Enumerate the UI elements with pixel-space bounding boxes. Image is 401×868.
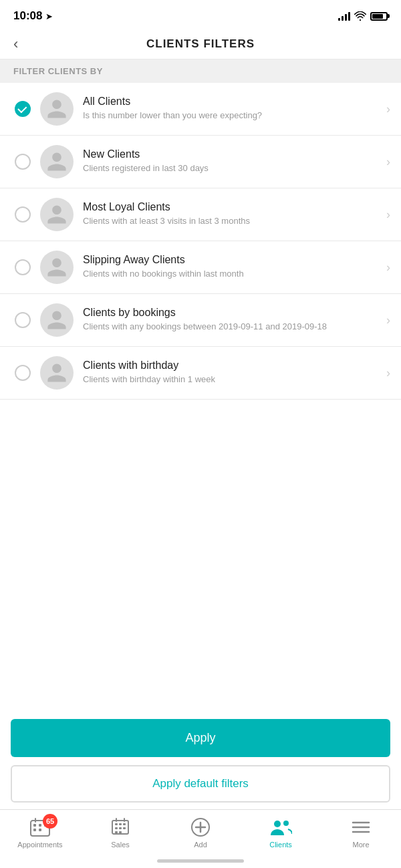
filter-list: All Clients Is this number lower than yo… <box>0 83 401 400</box>
radio-circle[interactable] <box>15 365 31 381</box>
page-header: ‹ CLIENTS FILTERS <box>0 29 401 59</box>
svg-point-0 <box>360 19 361 21</box>
radio-most-loyal[interactable] <box>11 206 35 223</box>
radio-circle[interactable] <box>15 154 31 170</box>
svg-rect-10 <box>115 823 118 825</box>
svg-rect-16 <box>115 831 118 833</box>
filter-item-by-bookings[interactable]: Clients by bookings Clients with any boo… <box>0 294 401 347</box>
svg-rect-13 <box>115 827 118 829</box>
tab-label-more: More <box>352 841 369 849</box>
add-icon <box>190 817 211 837</box>
radio-by-bookings[interactable] <box>11 312 35 328</box>
avatar-birthday <box>40 356 74 390</box>
appointments-badge: 65 <box>43 814 57 829</box>
filter-item-new-clients[interactable]: New Clients Clients registered in last 3… <box>0 136 401 188</box>
status-bar: 10:08 ➤ <box>0 0 401 29</box>
tab-icon-wrap-sales <box>108 817 132 838</box>
filter-item-most-loyal[interactable]: Most Loyal Clients Clients with at least… <box>0 188 401 241</box>
filter-text-slipping-away: Slipping Away Clients Clients with no bo… <box>83 254 381 280</box>
radio-slipping-away[interactable] <box>11 259 35 275</box>
more-icon <box>352 820 370 835</box>
avatar-new-clients <box>40 145 74 178</box>
wifi-icon <box>354 11 366 21</box>
chevron-right-icon: › <box>386 155 390 169</box>
svg-rect-12 <box>123 823 126 825</box>
tab-icon-wrap-appointments: 65 <box>28 817 52 838</box>
filter-text-by-bookings: Clients by bookings Clients with any boo… <box>83 307 381 333</box>
avatar-by-bookings <box>40 303 74 337</box>
tab-clients[interactable]: Clients <box>241 817 321 849</box>
tab-label-add: Add <box>194 841 207 849</box>
svg-rect-14 <box>119 827 122 829</box>
svg-rect-17 <box>119 831 122 833</box>
chevron-right-icon: › <box>386 313 390 327</box>
tab-icon-wrap-clients <box>269 817 293 838</box>
tab-icon-wrap-more <box>349 817 373 838</box>
filter-title: New Clients <box>83 148 381 160</box>
filter-subtitle: Clients registered in last 30 days <box>83 162 381 174</box>
signal-icon <box>338 11 350 21</box>
filter-title: All Clients <box>83 96 381 108</box>
tab-more[interactable]: More <box>321 817 401 849</box>
filter-subtitle: Clients with no bookings within last mon… <box>83 268 381 280</box>
sales-icon <box>111 818 130 837</box>
home-indicator <box>157 859 244 863</box>
filter-item-birthday[interactable]: Clients with birthday Clients with birth… <box>0 347 401 400</box>
avatar-all-clients <box>40 92 74 126</box>
svg-rect-3 <box>39 824 41 827</box>
clients-icon <box>269 818 292 837</box>
svg-rect-5 <box>33 829 36 831</box>
status-icons <box>338 11 388 21</box>
chevron-right-icon: › <box>386 261 390 275</box>
filter-text-all-clients: All Clients Is this number lower than yo… <box>83 96 381 122</box>
apply-button[interactable]: Apply <box>11 719 390 757</box>
status-time: 10:08 <box>13 9 42 23</box>
filter-subtitle: Is this number lower than you were expec… <box>83 110 381 122</box>
svg-point-23 <box>274 821 281 827</box>
avatar-most-loyal <box>40 198 74 231</box>
filter-subtitle: Clients with birthday within 1 week <box>83 374 381 386</box>
radio-birthday[interactable] <box>11 365 35 381</box>
filter-title: Slipping Away Clients <box>83 254 381 266</box>
avatar-slipping-away <box>40 251 74 284</box>
filter-subtitle: Clients with at least 3 visits in last 3… <box>83 215 381 227</box>
svg-rect-11 <box>119 823 122 825</box>
chevron-right-icon: › <box>386 366 390 380</box>
filter-text-birthday: Clients with birthday Clients with birth… <box>83 359 381 386</box>
filter-title: Clients by bookings <box>83 307 381 319</box>
filter-title: Most Loyal Clients <box>83 201 381 213</box>
radio-circle[interactable] <box>15 312 31 328</box>
tab-add[interactable]: Add <box>160 817 241 849</box>
svg-point-24 <box>283 821 289 826</box>
svg-rect-6 <box>39 829 41 831</box>
tab-label-sales: Sales <box>111 841 130 849</box>
filter-item-all-clients[interactable]: All Clients Is this number lower than yo… <box>0 83 401 136</box>
chevron-right-icon: › <box>386 102 390 116</box>
tab-label-appointments: Appointments <box>17 841 62 849</box>
battery-icon <box>370 12 388 21</box>
svg-rect-15 <box>123 827 126 829</box>
radio-new-clients[interactable] <box>11 154 35 170</box>
navigation-icon: ➤ <box>45 11 53 21</box>
radio-circle[interactable] <box>15 206 31 223</box>
bottom-buttons: Apply Apply default filters <box>0 719 401 809</box>
apply-default-button[interactable]: Apply default filters <box>11 765 390 803</box>
page-title: CLIENTS FILTERS <box>146 37 255 51</box>
radio-circle[interactable] <box>15 101 31 117</box>
tab-sales[interactable]: Sales <box>80 817 160 849</box>
tab-label-clients: Clients <box>269 841 292 849</box>
chevron-right-icon: › <box>386 208 390 222</box>
filter-subtitle: Clients with any bookings between 2019-0… <box>83 321 381 333</box>
filter-text-most-loyal: Most Loyal Clients Clients with at least… <box>83 201 381 227</box>
filter-title: Clients with birthday <box>83 359 381 372</box>
radio-all-clients[interactable] <box>11 101 35 117</box>
svg-rect-2 <box>33 824 36 827</box>
filter-text-new-clients: New Clients Clients registered in last 3… <box>83 148 381 174</box>
tab-icon-wrap-add <box>188 817 213 838</box>
back-button[interactable]: ‹ <box>13 35 18 53</box>
filter-item-slipping-away[interactable]: Slipping Away Clients Clients with no bo… <box>0 241 401 294</box>
tab-appointments[interactable]: 65 Appointments <box>0 817 80 849</box>
section-label: FILTER CLIENTS BY <box>0 59 401 83</box>
radio-circle[interactable] <box>15 259 31 275</box>
